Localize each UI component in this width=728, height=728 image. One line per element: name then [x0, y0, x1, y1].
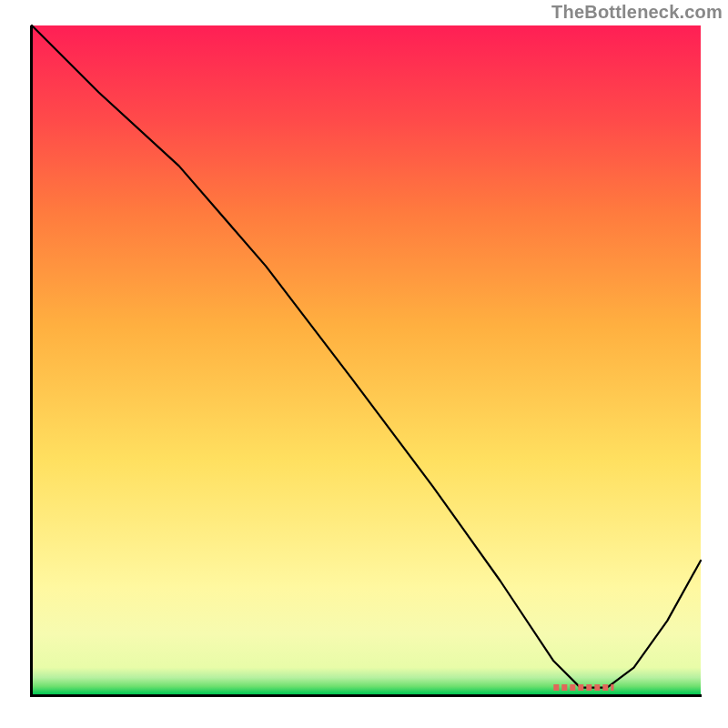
watermark-text: TheBottleneck.com — [551, 2, 723, 23]
chart-svg — [32, 25, 701, 694]
x-axis — [30, 694, 702, 697]
curve-line — [32, 25, 701, 688]
chart-container: TheBottleneck.com — [0, 0, 728, 728]
